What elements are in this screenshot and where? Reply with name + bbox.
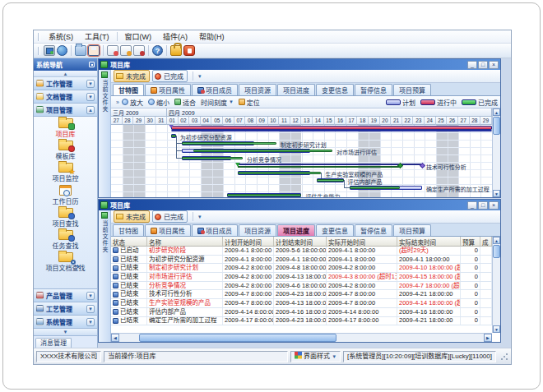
resize-grip-icon[interactable] (500, 353, 508, 361)
sidebar-collapse-strip[interactable]: ▲ (34, 71, 97, 77)
column-header[interactable]: 实际开始时间 (327, 237, 397, 247)
lock-icon[interactable] (170, 45, 182, 56)
scroll-thumb[interactable] (493, 245, 500, 258)
menu-item[interactable]: 插件(A) (157, 30, 193, 43)
sidebar-item-project-monitor[interactable]: ★项目监控 (34, 163, 97, 182)
sidebar-section-work-mgmt[interactable]: 工作管理▼ (34, 77, 97, 90)
chevron-down-icon[interactable]: ▼ (86, 318, 95, 326)
filter-unfinished-button[interactable]: 未完成 (114, 210, 150, 223)
exit-icon[interactable] (183, 45, 195, 56)
tool-locate[interactable]: 定位 (239, 98, 260, 107)
sidebar-section-project-mgmt[interactable]: 项目管理▲ (34, 104, 97, 117)
tab-pause[interactable]: 暂停信息 (355, 84, 392, 95)
scroll-right-icon[interactable]: ▶ (484, 334, 492, 342)
tab-pause[interactable]: 暂停信息 (355, 224, 392, 236)
tab-progress[interactable]: 项目进度 (277, 224, 315, 236)
chevron-down-icon[interactable]: ▼ (86, 80, 95, 88)
summary-plan-line[interactable] (238, 164, 422, 165)
column-header[interactable]: 状态 (111, 237, 147, 247)
scroll-left-icon[interactable]: ◀ (111, 334, 119, 342)
tool-zoom-out[interactable]: 缩小 (148, 98, 169, 107)
current-folder-side-tab[interactable]: 当前文件夹 (99, 70, 111, 197)
tab-props[interactable]: 项目属性 (145, 84, 191, 95)
sidebar-section-product-mgmt[interactable]: 产品管理▼ (34, 289, 97, 302)
scroll-up-icon[interactable]: ▲ (493, 237, 500, 244)
table-row[interactable]: 已结束评估内部产品2009-4-14 8:00:002009-4-16 18:0… (111, 308, 492, 317)
tab-changes[interactable]: 变更信息 (316, 224, 354, 236)
table-row[interactable]: 已结束生产实验室规模的产品2009-4-7 8:00:002009-4-13 1… (111, 299, 492, 308)
task-bar-actual[interactable] (171, 135, 176, 137)
doc1-icon[interactable] (107, 45, 118, 56)
folder-icon[interactable] (75, 45, 86, 56)
monitor-icon[interactable] (44, 45, 55, 56)
summary-actual-line[interactable] (238, 166, 399, 168)
table-row[interactable]: 已启动初步研究阶段2009-4-1 8:00:002009-5-6 18:00:… (111, 247, 492, 256)
tool-time-scale[interactable]: 时间刻度▼ (201, 98, 234, 107)
table-row[interactable]: 已结束确定生产所需的加工过程2009-4-17 8:00:002009-4-23… (111, 317, 492, 326)
menu-item[interactable]: 系统(S) (43, 30, 79, 43)
tab-changes[interactable]: 变更信息 (316, 84, 354, 95)
table-row[interactable]: 已结束分析竞争情况2009-4-2 8:00:002009-4-6 18:00:… (111, 282, 492, 291)
sidebar-item-template-library[interactable]: 模板库 (34, 141, 97, 160)
scroll-down-icon[interactable]: ▼ (493, 190, 500, 197)
sidebar-item-work-calendar[interactable]: 工作日历 (34, 185, 97, 205)
interface-style-button[interactable]: 界面样式 ▼ (290, 351, 341, 362)
tab-gantt[interactable]: 甘特图 (113, 224, 144, 236)
filter-overflow-chevron[interactable]: ▾ (196, 214, 204, 220)
filter-unfinished-button[interactable]: 未完成 (114, 70, 150, 82)
table-horizontal-scrollbar[interactable]: ◀ ▶ (111, 333, 492, 342)
tool-fit[interactable]: 适合 (174, 98, 196, 107)
sidebar-item-project-search[interactable]: 项目查找 (34, 208, 97, 228)
sidebar-overflow-chevron[interactable]: ▼ (34, 329, 97, 336)
scroll-thumb[interactable] (139, 334, 336, 342)
tab-resources[interactable]: 项目资源 (239, 84, 276, 95)
gantt-window-titlebar[interactable]: 项目库 _ □ × (99, 59, 500, 70)
gantt-vertical-scrollbar[interactable]: ▲ ▼ (492, 108, 500, 197)
filter-finished-button[interactable]: 已完成 (152, 210, 188, 223)
scroll-up-icon[interactable]: ▲ (493, 108, 500, 116)
tab-budget[interactable]: 项目预算 (393, 224, 431, 236)
close-button[interactable]: × (489, 61, 499, 69)
task-bar-plan[interactable] (171, 130, 492, 131)
scroll-thumb[interactable] (493, 117, 500, 135)
maximize-button[interactable]: □ (478, 201, 488, 210)
tab-gantt[interactable]: 甘特图 (113, 84, 144, 95)
task-bar-actual[interactable] (182, 142, 276, 145)
toolbar-overflow-chevron[interactable]: » (114, 99, 122, 105)
sidebar-item-project-library[interactable]: 项目库 (34, 118, 97, 138)
sidebar-section-system-mgmt[interactable]: 系统管理▼ (34, 316, 97, 329)
task-bar-actual[interactable] (317, 179, 344, 182)
column-header[interactable]: 计划结束时间 (274, 237, 327, 247)
doc2-icon[interactable] (120, 45, 132, 56)
sidebar-section-doc-mgmt[interactable]: 文档管理▼ (34, 90, 97, 104)
doc3-icon[interactable] (133, 45, 145, 56)
tab-members[interactable]: 项目成员 (192, 224, 238, 236)
sidebar-item-project-doc-search[interactable]: 项目文档查找 (34, 252, 97, 272)
tab-resources[interactable]: 项目资源 (239, 224, 276, 236)
minimize-button[interactable]: _ (467, 61, 477, 69)
chevron-down-icon[interactable]: ▼ (86, 292, 95, 300)
filter-finished-button[interactable]: 已完成 (152, 70, 188, 82)
task-bar-actual[interactable] (350, 187, 399, 189)
task-bar-actual[interactable] (227, 194, 302, 196)
chevron-down-icon[interactable]: ▼ (86, 93, 95, 101)
table-row[interactable]: 已结束为初步研究分配资源2009-4-1 8:00:002009-4-1 18:… (111, 256, 492, 265)
tab-progress[interactable]: 项目进度 (277, 84, 315, 95)
menu-item[interactable]: 帮助(H) (193, 30, 230, 43)
current-folder-side-tab[interactable]: 当前文件夹 (99, 210, 111, 342)
column-header[interactable]: 计划开始时间 (223, 237, 274, 247)
globe-icon[interactable] (57, 45, 67, 56)
chevron-down-icon[interactable]: ▼ (86, 305, 95, 313)
column-header[interactable]: 名称 (147, 237, 223, 247)
task-bar-actual[interactable] (193, 150, 332, 152)
close-button[interactable]: × (489, 201, 499, 210)
menu-item[interactable]: 工具(T) (79, 30, 115, 43)
menu-item[interactable]: 窗口(W) (119, 30, 158, 43)
table-window-titlebar[interactable]: 项目库 _ □ × (99, 200, 500, 210)
help-icon[interactable]: ? (152, 45, 163, 56)
pin-icon[interactable] (89, 62, 95, 67)
tab-message-management[interactable]: 消息管理 (35, 338, 72, 348)
tool-zoom-in[interactable]: 放大 (122, 98, 143, 107)
tab-props[interactable]: 项目属性 (145, 224, 191, 236)
filter-overflow-chevron[interactable]: ▾ (196, 73, 204, 80)
